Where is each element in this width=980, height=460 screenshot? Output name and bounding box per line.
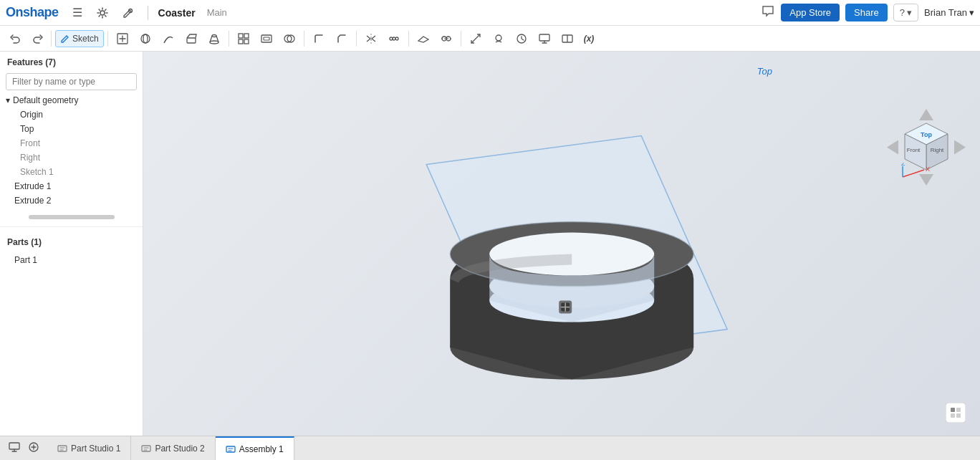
toolbar-separator-6 (408, 31, 409, 47)
sidebar: Features (7) ▾ Default geometry Origin T… (0, 52, 143, 436)
view-cube[interactable]: Top Right Front X Z (887, 109, 966, 188)
svg-rect-41 (946, 403, 966, 423)
tb-mass-button[interactable] (488, 29, 509, 48)
tb-loft-button[interactable] (203, 29, 225, 48)
sweep-icon (162, 32, 175, 45)
tb-shell-button[interactable] (256, 29, 277, 48)
tree-item-front[interactable]: Front (0, 136, 143, 150)
tb-history-button[interactable] (511, 29, 532, 48)
appstore-button[interactable]: App Store (781, 4, 840, 21)
svg-rect-57 (9, 443, 19, 449)
toolbar-separator-1 (51, 31, 52, 47)
tb-sweep-button[interactable] (158, 29, 179, 48)
cube-arrow-up[interactable] (919, 109, 933, 120)
tb-measure-button[interactable] (465, 29, 486, 48)
mate-icon (440, 32, 453, 45)
tree-item-origin[interactable]: Origin (0, 107, 143, 122)
features-filter-input[interactable] (6, 73, 137, 90)
bottom-bar: Part Studio 1 Part Studio 2 Assembly 1 (0, 436, 980, 460)
sidebar-scrollbar-area (0, 212, 143, 222)
redo-icon (32, 33, 43, 44)
tb-view-toggle[interactable] (233, 29, 254, 48)
tb-revolve-button[interactable] (135, 29, 156, 48)
sketch-config-button[interactable] (119, 5, 138, 21)
svg-marker-30 (954, 140, 966, 155)
tab-part-studio-2[interactable]: Part Studio 2 (131, 436, 215, 461)
tree-item-extrude2[interactable]: Extrude 2 (0, 193, 143, 208)
view-icon (237, 32, 250, 45)
tb-display-button[interactable] (534, 29, 555, 48)
sketch-button[interactable]: Sketch (55, 30, 104, 47)
config-icon-button[interactable] (93, 5, 112, 21)
cube-arrow-right[interactable] (954, 140, 966, 155)
viewport-top-label: Top (757, 66, 772, 77)
hamburger-menu-button[interactable]: ☰ (69, 4, 86, 21)
svg-rect-11 (244, 39, 249, 44)
tb-chamfer-button[interactable] (331, 29, 352, 48)
svg-point-3 (141, 34, 150, 43)
document-title: Coaster (158, 7, 196, 19)
toolbar-separator-4 (304, 31, 304, 47)
share-button[interactable]: Share (845, 4, 888, 21)
monitor-button[interactable] (6, 439, 23, 458)
tb-pattern-button[interactable] (383, 29, 405, 48)
svg-rect-9 (244, 34, 249, 38)
display-icon (538, 32, 551, 45)
tb-plane-button[interactable] (413, 29, 434, 48)
tree-item-right[interactable]: Right (0, 150, 143, 165)
undo-button[interactable] (6, 30, 26, 47)
svg-text:Right: Right (931, 147, 944, 153)
svg-line-37 (903, 170, 924, 177)
tb-new-button[interactable] (112, 29, 133, 48)
user-menu[interactable]: Brian Tran ▾ (924, 7, 974, 18)
loft-icon (208, 32, 221, 45)
svg-marker-29 (887, 140, 898, 155)
tree-item-sketch1[interactable]: Sketch 1 (0, 165, 143, 179)
fillet-icon (312, 32, 325, 45)
svg-text:Top: Top (921, 131, 932, 138)
toolbar-separator-7 (461, 31, 461, 47)
svg-text:Front: Front (907, 147, 921, 153)
tb-vars-button[interactable]: (x) (580, 31, 599, 47)
tb-boolean-button[interactable] (279, 29, 300, 48)
tab-part-studio-1[interactable]: Part Studio 1 (47, 436, 131, 461)
boolean-icon (283, 32, 296, 45)
tree-item-top[interactable]: Top (0, 122, 143, 136)
tree-item-part1[interactable]: Part 1 (0, 253, 143, 267)
chat-button[interactable] (761, 4, 775, 21)
coaster-svg (369, 79, 770, 423)
reset-view-button[interactable] (946, 403, 966, 425)
tab-assembly-1[interactable]: Assembly 1 (216, 436, 294, 461)
redo-button[interactable] (27, 30, 47, 47)
extrude-icon (185, 32, 198, 45)
add-tab-button[interactable] (26, 439, 42, 457)
tb-fillet-button[interactable] (308, 29, 330, 48)
cube-arrow-left[interactable] (887, 140, 898, 155)
pattern-icon (388, 32, 400, 45)
onshape-logo[interactable]: Onshape (6, 5, 59, 20)
svg-rect-5 (187, 38, 196, 43)
default-geometry-group[interactable]: ▾ Default geometry (0, 93, 143, 107)
shell-icon (260, 32, 273, 45)
new-icon (116, 32, 129, 45)
svg-point-6 (210, 41, 218, 44)
center-icon (559, 301, 572, 314)
viewport[interactable]: Top (143, 52, 980, 436)
toolbar-separator-5 (356, 31, 357, 47)
tb-mirror-button[interactable] (360, 29, 382, 48)
section-icon (561, 32, 574, 45)
measure-icon (469, 32, 482, 45)
tree-item-extrude1[interactable]: Extrude 1 (0, 179, 143, 193)
toolbar-separator-2 (107, 31, 108, 47)
toolbar-separator-3 (229, 31, 229, 47)
toolbar: Sketch (0, 26, 980, 52)
sidebar-scrollbar[interactable] (29, 215, 115, 219)
plus-icon (29, 442, 39, 452)
document-branch: Main (207, 7, 227, 18)
help-button[interactable]: ? ▾ (893, 4, 918, 21)
tb-extrude-button[interactable] (181, 29, 202, 48)
revolve-icon (139, 32, 152, 45)
svg-point-0 (100, 11, 105, 15)
tb-section-button[interactable] (557, 29, 578, 48)
tb-mate-button[interactable] (436, 29, 457, 48)
